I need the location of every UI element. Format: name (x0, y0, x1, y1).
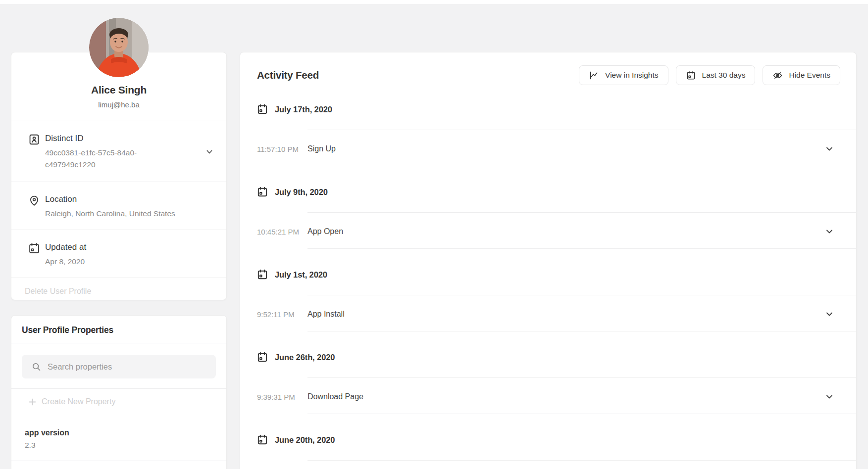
profile-card: Alice Singh limuj@he.ba Distinct ID 49cc… (11, 52, 227, 300)
date-label: July 17th, 2020 (275, 105, 332, 114)
divider (307, 212, 856, 213)
divider (11, 461, 226, 461)
event-time: 11:57:10 PM (257, 145, 307, 153)
event-row[interactable]: 11:57:10 PM Sign Up (240, 143, 856, 155)
chevron-down-icon[interactable] (825, 310, 833, 318)
search-properties-input[interactable] (48, 362, 206, 372)
chevron-down-icon[interactable] (825, 228, 833, 235)
search-icon (32, 362, 41, 372)
field-updated-at: Updated at Apr 8, 2020 (11, 230, 226, 278)
feed-group: July 1st, 2020 9:52:11 PM App Install (240, 269, 856, 331)
calendar-icon (686, 70, 696, 81)
event-name: Download Page (307, 392, 363, 401)
property-value: 2.3 (25, 441, 214, 450)
date-label: June 26th, 2020 (275, 353, 335, 362)
event-row[interactable]: 9:52:11 PM App Install (240, 308, 856, 320)
field-value: Raleigh, North Carolina, United States (45, 208, 184, 220)
id-card-icon (28, 133, 41, 146)
delete-user-profile-button[interactable]: Delete User Profile (11, 278, 226, 305)
divider (307, 130, 856, 130)
divider (307, 331, 856, 331)
date-header: July 9th, 2020 (240, 186, 856, 198)
field-distinct-id: Distinct ID 49cc0381-e1fc-57c5-84a0-c497… (11, 121, 226, 182)
activity-feed-list: July 17th, 2020 11:57:10 PM Sign Up July… (240, 103, 856, 461)
chevron-down-icon[interactable] (825, 145, 833, 153)
search-box[interactable] (22, 355, 216, 378)
button-label: Last 30 days (702, 71, 746, 80)
divider (307, 460, 856, 461)
top-bar (0, 0, 868, 4)
date-header: June 26th, 2020 (240, 351, 856, 363)
date-header: June 20th, 2020 (240, 434, 856, 446)
field-value: 49cc0381-e1fc-57c5-84a0-c497949c1220 (45, 147, 156, 171)
user-profile-page: Alice Singh limuj@he.ba Distinct ID 49cc… (0, 0, 868, 469)
feed-group: June 26th, 2020 9:39:31 PM Download Page (240, 351, 856, 414)
date-label: June 20th, 2020 (275, 435, 335, 445)
chevron-down-icon[interactable] (205, 148, 213, 156)
avatar (89, 18, 149, 77)
divider (307, 295, 856, 295)
eye-off-icon (772, 70, 783, 81)
property-name: app version (25, 428, 214, 437)
user-profile-properties-card: User Profile Properties Create New Prope… (11, 315, 227, 469)
last-30-days-button[interactable]: Last 30 days (676, 65, 756, 85)
divider (307, 414, 856, 414)
field-label: Updated at (45, 242, 214, 253)
field-label: Location (45, 194, 214, 205)
calendar-icon (256, 351, 268, 363)
button-label: View in Insights (605, 71, 658, 80)
view-in-insights-button[interactable]: View in Insights (579, 65, 668, 85)
feed-group: July 9th, 2020 10:45:21 PM App Open (240, 186, 856, 249)
field-value: Apr 8, 2020 (45, 256, 156, 268)
event-row[interactable]: 9:39:31 PM Download Page (240, 391, 856, 403)
feed-group: July 17th, 2020 11:57:10 PM Sign Up (240, 103, 856, 166)
user-name: Alice Singh (11, 84, 226, 96)
user-email: limuj@he.ba (11, 100, 226, 109)
activity-feed-header: Activity Feed View in Insights Last 30 d… (240, 52, 856, 85)
divider (307, 377, 856, 378)
field-location: Location Raleigh, North Carolina, United… (11, 182, 226, 230)
chevron-down-icon[interactable] (825, 393, 833, 401)
activity-feed-title: Activity Feed (257, 69, 319, 81)
insights-chart-icon (589, 70, 599, 81)
date-label: July 1st, 2020 (275, 270, 327, 280)
event-time: 9:39:31 PM (257, 393, 307, 401)
plus-icon (28, 398, 37, 406)
search-wrap (11, 343, 226, 388)
activity-feed-card: Activity Feed View in Insights Last 30 d… (240, 52, 857, 469)
create-new-property-label: Create New Property (42, 397, 115, 406)
calendar-icon (256, 269, 268, 281)
event-name: App Open (307, 227, 343, 236)
event-name: App Install (307, 310, 345, 319)
property-item: app version 2.3 (11, 409, 226, 461)
create-new-property-button[interactable]: Create New Property (11, 389, 226, 409)
calendar-icon (256, 434, 268, 446)
event-time: 9:52:11 PM (257, 310, 307, 319)
divider (307, 248, 856, 249)
event-name: Sign Up (307, 144, 336, 153)
date-label: July 9th, 2020 (275, 188, 328, 197)
divider (307, 166, 856, 166)
button-label: Hide Events (789, 71, 830, 80)
calendar-icon (256, 186, 268, 198)
properties-title: User Profile Properties (11, 316, 226, 343)
date-header: July 17th, 2020 (240, 103, 856, 115)
field-label: Distinct ID (45, 133, 205, 144)
location-pin-icon (28, 194, 41, 207)
calendar-icon (256, 103, 268, 115)
hide-events-button[interactable]: Hide Events (763, 65, 840, 85)
date-header: July 1st, 2020 (240, 269, 856, 281)
event-time: 10:45:21 PM (257, 228, 307, 236)
feed-actions: View in Insights Last 30 days (579, 65, 840, 85)
event-row[interactable]: 10:45:21 PM App Open (240, 226, 856, 237)
calendar-icon (28, 242, 41, 255)
feed-group: June 20th, 2020 (240, 434, 856, 461)
